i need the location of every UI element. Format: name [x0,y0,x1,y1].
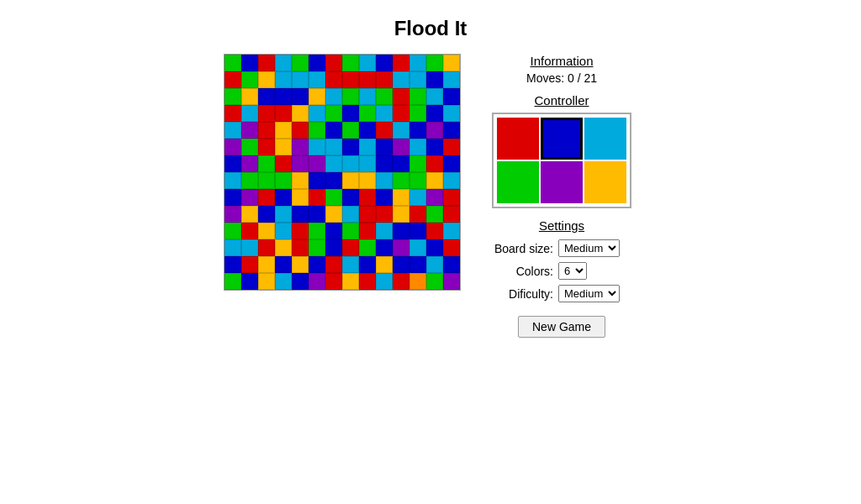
board-cell [224,256,241,273]
board-cell [359,88,376,105]
board-size-label: Board size: [486,242,553,255]
board-cell [409,55,426,71]
board-cell [292,172,309,189]
board-cell [224,189,241,206]
board-cell [443,105,460,122]
board-cell [309,155,325,172]
board-cell [426,122,443,139]
board-cell [342,172,359,189]
board-cell [325,122,342,139]
board-cell [376,206,393,223]
color-grid [492,113,631,208]
colors-select[interactable]: 456 [558,262,587,280]
board-cell [292,189,309,206]
board-cell [359,206,376,223]
board-cell [359,273,376,290]
board-cell [292,155,309,172]
board-cell [359,122,376,139]
board-cell [342,239,359,256]
board-cell [443,139,460,155]
color-button-red[interactable] [497,118,539,160]
board-cell [325,256,342,273]
board-cell [426,172,443,189]
board-cell [224,273,241,290]
board-cell [393,55,409,71]
color-button-cyan[interactable] [584,118,626,160]
board-cell [241,206,258,223]
board-cell [342,139,359,155]
color-button-purple[interactable] [541,161,583,203]
board-container [224,54,461,291]
settings-heading: Settings [486,218,637,233]
board-cell [325,239,342,256]
board-cell [359,71,376,88]
board-cell [241,122,258,139]
board-cell [426,189,443,206]
board-cell [409,122,426,139]
game-area: Information Moves: 0 / 21 Controller Set… [224,54,637,338]
board-cell [426,256,443,273]
sidebar: Information Moves: 0 / 21 Controller Set… [486,54,637,338]
board-cell [376,105,393,122]
board-cell [325,206,342,223]
board-cell [342,122,359,139]
board-cell [292,206,309,223]
color-button-green[interactable] [497,161,539,203]
board-cell [258,223,275,239]
board-cell [409,155,426,172]
difficulty-select[interactable]: EasyMediumHard [558,285,620,302]
new-game-button[interactable]: New Game [518,316,605,338]
board-cell [309,88,325,105]
board-cell [292,273,309,290]
board-cell [275,189,292,206]
board-cell [275,223,292,239]
board-cell [325,189,342,206]
settings-section: Settings Board size: SmallMediumLarge Co… [486,218,637,338]
board-size-select[interactable]: SmallMediumLarge [558,239,620,257]
board-cell [409,273,426,290]
board-cell [359,239,376,256]
board-cell [359,139,376,155]
board-cell [309,223,325,239]
board-cell [275,172,292,189]
board-cell [376,55,393,71]
board-cell [258,239,275,256]
board-cell [258,273,275,290]
information-heading: Information [526,54,597,68]
board-cell [426,273,443,290]
color-button-yellow[interactable] [584,161,626,203]
board-cell [376,71,393,88]
board-cell [376,122,393,139]
board-cell [393,122,409,139]
board-cell [426,55,443,71]
game-board [224,54,461,291]
board-cell [292,223,309,239]
color-button-blue[interactable] [541,118,583,160]
info-section: Information Moves: 0 / 21 [526,54,597,85]
board-cell [325,55,342,71]
board-cell [393,256,409,273]
board-cell [325,105,342,122]
board-cell [443,88,460,105]
board-cell [359,105,376,122]
board-cell [292,256,309,273]
board-cell [224,172,241,189]
board-cell [426,155,443,172]
board-cell [325,88,342,105]
board-cell [409,223,426,239]
board-cell [393,155,409,172]
board-cell [393,71,409,88]
board-cell [241,55,258,71]
board-cell [409,172,426,189]
board-cell [224,105,241,122]
board-size-row: Board size: SmallMediumLarge [486,239,637,257]
board-cell [376,155,393,172]
board-cell [342,55,359,71]
board-cell [393,206,409,223]
controller-heading: Controller [492,93,631,108]
board-cell [409,189,426,206]
main-container: Flood It Information Moves: 0 / 21 Contr… [111,17,750,338]
board-cell [275,206,292,223]
board-cell [224,223,241,239]
board-cell [309,105,325,122]
